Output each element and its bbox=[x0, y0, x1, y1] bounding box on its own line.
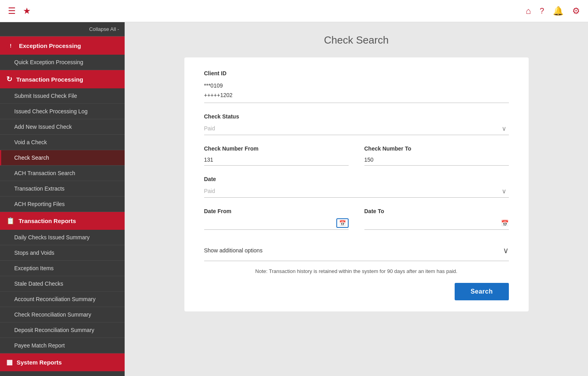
check-number-to-group: Check Number To bbox=[364, 145, 509, 166]
sidebar-item-daily-checks-issued-summary[interactable]: Daily Checks Issued Summary bbox=[0, 230, 125, 245]
date-to-input[interactable] bbox=[364, 217, 509, 229]
sidebar-item-exception-items[interactable]: Exception Items bbox=[0, 261, 125, 276]
exception-processing-icon: ! bbox=[6, 41, 15, 50]
date-section: Date Paid Issued Void ∨ bbox=[204, 176, 509, 198]
sidebar-item-submit-issued-check-file[interactable]: Submit Issued Check File bbox=[0, 88, 125, 104]
search-button[interactable]: Search bbox=[455, 283, 508, 300]
transaction-processing-icon: ↻ bbox=[6, 75, 12, 84]
top-nav-left: ☰ ★ bbox=[8, 6, 31, 16]
top-nav-right: ⌂ ? 🔔 ⚙ bbox=[526, 6, 580, 16]
date-select[interactable]: Paid Issued Void bbox=[204, 185, 509, 197]
date-to-label: Date To bbox=[364, 208, 509, 214]
date-range-section: Date From 📅 Date To 📅 bbox=[204, 208, 509, 230]
sidebar: Collapse All - ! Exception Processing Qu… bbox=[0, 22, 125, 376]
home-icon[interactable]: ⌂ bbox=[526, 6, 531, 16]
top-nav: ☰ ★ ⌂ ? 🔔 ⚙ bbox=[0, 0, 588, 22]
main-layout: Collapse All - ! Exception Processing Qu… bbox=[0, 22, 588, 376]
sidebar-item-void-a-check[interactable]: Void a Check bbox=[0, 135, 125, 150]
sidebar-item-check-reconciliation-summary[interactable]: Check Reconciliation Summary bbox=[0, 307, 125, 323]
collapse-all-button[interactable]: Collapse All - bbox=[0, 22, 125, 36]
menu-icon[interactable]: ☰ bbox=[8, 6, 16, 16]
client-id-value-2: +++++1202 bbox=[204, 91, 509, 100]
check-number-section: Check Number From Check Number To bbox=[204, 145, 509, 166]
date-from-calendar-button[interactable]: 📅 bbox=[336, 218, 349, 228]
date-select-wrapper: Paid Issued Void ∨ bbox=[204, 185, 509, 198]
sidebar-item-check-search[interactable]: Check Search bbox=[0, 150, 125, 166]
client-id-label: Client ID bbox=[204, 70, 509, 76]
form-card: Client ID ***0109 +++++1202 Check Status… bbox=[184, 57, 529, 311]
transaction-processing-label: Transaction Processing bbox=[16, 76, 83, 83]
sidebar-item-issued-check-processing-log[interactable]: Issued Check Processing Log bbox=[0, 104, 125, 119]
sidebar-item-deposit-reconciliation-summary[interactable]: Deposit Reconciliation Summary bbox=[0, 323, 125, 338]
sidebar-item-quick-exception-processing[interactable]: Quick Exception Processing bbox=[0, 55, 125, 70]
date-from-input[interactable] bbox=[204, 217, 349, 229]
check-number-from-group: Check Number From bbox=[204, 145, 349, 166]
client-id-section: Client ID ***0109 +++++1202 bbox=[204, 70, 509, 103]
transaction-reports-label: Transaction Reports bbox=[19, 218, 76, 224]
sidebar-item-ach-authorization-rules[interactable]: ACH Authorization Rules bbox=[0, 371, 125, 376]
client-id-value-1: ***0109 bbox=[204, 81, 509, 91]
gear-icon[interactable]: ⚙ bbox=[572, 6, 580, 16]
show-additional-options-label: Show additional options bbox=[204, 247, 263, 254]
sidebar-section-transaction-reports[interactable]: 📋 Transaction Reports bbox=[0, 212, 125, 230]
date-from-wrapper: 📅 bbox=[204, 217, 349, 230]
favorites-icon[interactable]: ★ bbox=[23, 6, 31, 16]
sidebar-item-stops-and-voids[interactable]: Stops and Voids bbox=[0, 245, 125, 261]
sidebar-item-stale-dated-checks[interactable]: Stale Dated Checks bbox=[0, 276, 125, 292]
date-from-group: Date From 📅 bbox=[204, 208, 349, 230]
check-number-from-input[interactable] bbox=[204, 154, 349, 166]
date-to-wrapper: 📅 bbox=[364, 217, 509, 230]
check-status-wrapper: Paid Issued Void Stop All ∨ bbox=[204, 122, 509, 135]
sidebar-section-exception-processing[interactable]: ! Exception Processing bbox=[0, 36, 125, 55]
date-to-group: Date To 📅 bbox=[364, 208, 509, 230]
date-from-label: Date From bbox=[204, 208, 349, 214]
help-icon[interactable]: ? bbox=[540, 6, 544, 15]
sidebar-section-system-reports[interactable]: ▦ System Reports bbox=[0, 353, 125, 371]
system-reports-label: System Reports bbox=[17, 359, 62, 366]
date-label: Date bbox=[204, 176, 509, 182]
check-number-from-label: Check Number From bbox=[204, 145, 349, 152]
check-status-select[interactable]: Paid Issued Void Stop All bbox=[204, 122, 509, 135]
check-number-to-input[interactable] bbox=[364, 154, 509, 166]
check-number-to-label: Check Number To bbox=[364, 145, 509, 152]
sidebar-item-ach-reporting-files[interactable]: ACH Reporting Files bbox=[0, 197, 125, 212]
sidebar-section-transaction-processing[interactable]: ↻ Transaction Processing bbox=[0, 70, 125, 88]
client-id-list: ***0109 +++++1202 bbox=[204, 79, 509, 103]
sidebar-item-add-new-issued-check[interactable]: Add New Issued Check bbox=[0, 119, 125, 135]
sidebar-item-transaction-extracts[interactable]: Transaction Extracts bbox=[0, 181, 125, 197]
sidebar-item-ach-transaction-search[interactable]: ACH Transaction Search bbox=[0, 166, 125, 181]
sidebar-item-payee-match-report[interactable]: Payee Match Report bbox=[0, 338, 125, 353]
show-options-chevron-icon: ∨ bbox=[503, 246, 509, 255]
content-area: Check Search Client ID ***0109 +++++1202… bbox=[125, 22, 588, 376]
exception-processing-label: Exception Processing bbox=[19, 42, 81, 49]
bell-icon[interactable]: 🔔 bbox=[553, 6, 563, 16]
page-title: Check Search bbox=[140, 34, 572, 46]
transaction-reports-icon: 📋 bbox=[6, 217, 15, 225]
show-additional-options-toggle[interactable]: Show additional options ∨ bbox=[204, 240, 509, 261]
sidebar-item-account-reconciliation-summary[interactable]: Account Reconciliation Summary bbox=[0, 292, 125, 307]
date-to-calendar-icon: 📅 bbox=[501, 219, 509, 227]
system-reports-icon: ▦ bbox=[6, 358, 13, 366]
check-status-section: Check Status Paid Issued Void Stop All ∨ bbox=[204, 113, 509, 135]
search-button-row: Search bbox=[204, 283, 509, 300]
check-status-label: Check Status bbox=[204, 113, 509, 120]
note-text: Note: Transaction history is retained wi… bbox=[204, 268, 509, 274]
